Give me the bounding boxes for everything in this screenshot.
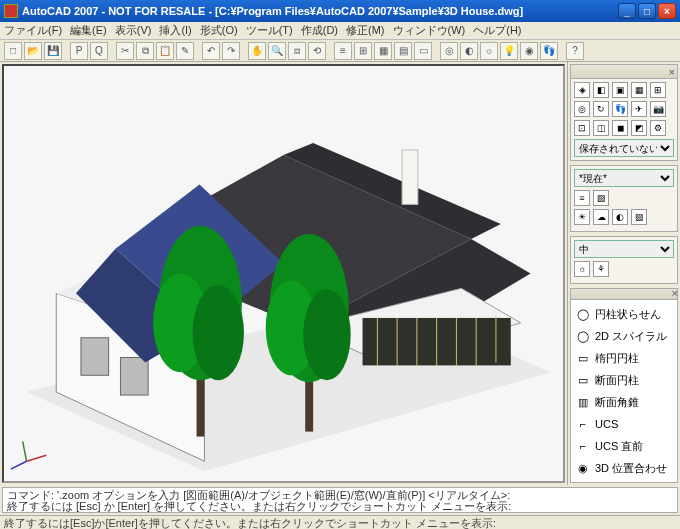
zoom-prev-icon[interactable]: ⟲ [308, 42, 326, 60]
exposure-icon[interactable]: ◐ [612, 209, 628, 225]
menu-edit[interactable]: 編集(E) [70, 23, 107, 38]
tool-item-3[interactable]: ▭断面円柱 [571, 369, 677, 391]
svg-rect-3 [81, 338, 109, 376]
tool-icon: ◯ [575, 328, 591, 344]
vs-conc-icon[interactable]: ◩ [631, 120, 647, 136]
tool-label: 2D スパイラル [595, 329, 667, 344]
orbit3d-icon[interactable]: ◎ [574, 101, 590, 117]
tool-item-1[interactable]: ◯2D スパイラル [571, 325, 677, 347]
view-select[interactable]: 保存されていない現在のビュー [574, 139, 674, 157]
paste-icon[interactable]: 📋 [156, 42, 174, 60]
svg-point-27 [303, 289, 350, 380]
material-icon[interactable]: ◉ [520, 42, 538, 60]
tool-item-0[interactable]: ◯円柱状らせん [571, 303, 677, 325]
tool-icon: ▭ [575, 372, 591, 388]
vs-mgr-icon[interactable]: ⚙ [650, 120, 666, 136]
tool-label: 断面角錐 [595, 395, 639, 410]
menu-window[interactable]: ウィンドウ(W) [393, 23, 466, 38]
render-palette: 中 ☼ ⚘ [570, 236, 678, 284]
shadow-icon[interactable]: ▧ [631, 209, 647, 225]
app-icon [4, 4, 18, 18]
menu-view[interactable]: 表示(V) [115, 23, 152, 38]
light-icon[interactable]: 💡 [500, 42, 518, 60]
fly-icon[interactable]: ✈ [631, 101, 647, 117]
svg-rect-4 [120, 357, 148, 395]
view-cube-icon[interactable]: ◈ [574, 82, 590, 98]
visual-icon[interactable]: ◐ [460, 42, 478, 60]
sheet-icon[interactable]: ▤ [394, 42, 412, 60]
walk3d-icon[interactable]: 👣 [612, 101, 628, 117]
tool-icon: ▥ [575, 394, 591, 410]
view-named-icon[interactable]: ⊞ [650, 82, 666, 98]
print-icon[interactable]: P [70, 42, 88, 60]
tool-label: 円柱状らせん [595, 307, 661, 322]
zoom-icon[interactable]: 🔍 [268, 42, 286, 60]
copy-icon[interactable]: ⧉ [136, 42, 154, 60]
command-line[interactable]: コマンド: '.zoom オプションを入力 [図面範囲(A)/オブジェクト範囲(… [2, 487, 678, 513]
palette-close-icon[interactable]: × [669, 66, 675, 78]
new-icon[interactable]: □ [4, 42, 22, 60]
tool-item-6[interactable]: ⌐UCS 直前 [571, 435, 677, 457]
render-icon[interactable]: ☼ [480, 42, 498, 60]
render-env-icon[interactable]: ⚘ [593, 261, 609, 277]
menu-insert[interactable]: 挿入(I) [159, 23, 191, 38]
camera-icon[interactable]: 📷 [650, 101, 666, 117]
render-btn-icon[interactable]: ☼ [574, 261, 590, 277]
toolpalette-icon[interactable]: ▦ [374, 42, 392, 60]
maximize-button[interactable]: □ [638, 3, 656, 19]
tool-label: 楕円円柱 [595, 351, 639, 366]
quality-select[interactable]: 中 [574, 240, 674, 258]
edge-icon[interactable]: ≡ [574, 190, 590, 206]
vs-wire-icon[interactable]: ⊡ [574, 120, 590, 136]
tool-label: UCS [595, 418, 618, 430]
tool-item-4[interactable]: ▥断面角錐 [571, 391, 677, 413]
menu-draw[interactable]: 作成(D) [301, 23, 338, 38]
view-front-icon[interactable]: ▦ [631, 82, 647, 98]
svg-point-23 [193, 285, 244, 380]
face-icon[interactable]: ▨ [593, 190, 609, 206]
pan-icon[interactable]: ✋ [248, 42, 266, 60]
status-text: 終了するには[Esc]か[Enter]を押してください。または右クリックでショー… [4, 516, 496, 529]
drawing-viewport[interactable] [2, 64, 565, 483]
vs-real-icon[interactable]: ◼ [612, 120, 628, 136]
svg-line-29 [23, 441, 27, 461]
save-icon[interactable]: 💾 [44, 42, 62, 60]
menu-format[interactable]: 形式(O) [200, 23, 238, 38]
walk-icon[interactable]: 👣 [540, 42, 558, 60]
house-3d-render [4, 66, 563, 481]
menu-modify[interactable]: 修正(M) [346, 23, 385, 38]
calc-icon[interactable]: ▭ [414, 42, 432, 60]
designcenter-icon[interactable]: ⊞ [354, 42, 372, 60]
tool-item-2[interactable]: ▭楕円円柱 [571, 347, 677, 369]
tool-icon: ⌐ [575, 438, 591, 454]
undo-icon[interactable]: ↶ [202, 42, 220, 60]
menu-tools[interactable]: ツール(T) [246, 23, 293, 38]
visualstyle-select[interactable]: *現在* [574, 169, 674, 187]
tool-palette: × ◯円柱状らせん◯2D スパイラル▭楕円円柱▭断面円柱▥断面角錐⌐UCS⌐UC… [570, 288, 678, 483]
vs-hidden-icon[interactable]: ◫ [593, 120, 609, 136]
view-top-icon[interactable]: ▣ [612, 82, 628, 98]
sky-icon[interactable]: ☁ [593, 209, 609, 225]
orbit-icon[interactable]: ◎ [440, 42, 458, 60]
close-button[interactable]: × [658, 3, 676, 19]
menu-help[interactable]: ヘルプ(H) [473, 23, 521, 38]
redo-icon[interactable]: ↷ [222, 42, 240, 60]
tool-item-7[interactable]: ◉3D 位置合わせ [571, 457, 677, 479]
tool-item-5[interactable]: ⌐UCS [571, 413, 677, 435]
help-icon[interactable]: ? [566, 42, 584, 60]
open-icon[interactable]: 📂 [24, 42, 42, 60]
swivel-icon[interactable]: ↻ [593, 101, 609, 117]
preview-icon[interactable]: Q [90, 42, 108, 60]
view-iso-icon[interactable]: ◧ [593, 82, 609, 98]
menu-file[interactable]: ファイル(F) [4, 23, 62, 38]
toolpalette-close-icon[interactable]: × [672, 288, 678, 299]
window-title: AutoCAD 2007 - NOT FOR RESALE - [C:¥Prog… [22, 5, 523, 17]
minimize-button[interactable]: _ [618, 3, 636, 19]
properties-icon[interactable]: ≡ [334, 42, 352, 60]
sun-icon[interactable]: ☀ [574, 209, 590, 225]
tool-icon: ▭ [575, 350, 591, 366]
status-bar: 終了するには[Esc]か[Enter]を押してください。または右クリックでショー… [0, 515, 680, 529]
zoom-window-icon[interactable]: ⧈ [288, 42, 306, 60]
match-icon[interactable]: ✎ [176, 42, 194, 60]
cut-icon[interactable]: ✂ [116, 42, 134, 60]
